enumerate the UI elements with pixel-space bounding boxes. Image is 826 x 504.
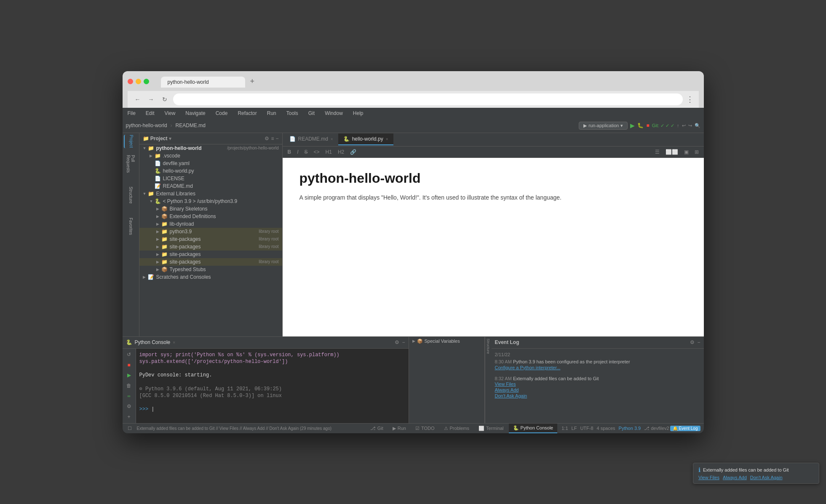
menu-git[interactable]: Git xyxy=(307,109,316,117)
maximize-button[interactable] xyxy=(144,79,149,84)
menu-navigate[interactable]: Navigate xyxy=(184,109,207,117)
tree-site-packages-2[interactable]: ▶ 📁 site-packages library root xyxy=(139,243,282,251)
tree-site-packages-3[interactable]: ▶ 📁 site-packages xyxy=(139,251,282,258)
run-application-button[interactable]: ▶ run-application ▾ xyxy=(579,122,628,130)
tree-devfile[interactable]: ▶ 📄 devfile.yaml xyxy=(139,160,282,167)
stop-icon[interactable]: ■ xyxy=(646,123,649,128)
event-log-minimize-icon[interactable]: − xyxy=(697,339,700,345)
readme-tab-close[interactable]: × xyxy=(331,137,333,141)
browser-tab[interactable]: python-hello-world xyxy=(161,77,245,88)
code-button[interactable]: <> xyxy=(312,148,321,156)
panel-settings-icon[interactable]: ⚙ xyxy=(265,136,269,141)
git-push-icon[interactable]: ↑ xyxy=(677,123,679,128)
console-clear-btn[interactable]: 🗑 xyxy=(124,381,134,390)
tree-readme[interactable]: ▶ 📝 README.md xyxy=(139,182,282,190)
play-icon[interactable]: ▶ xyxy=(630,122,635,129)
view-mode-preview[interactable]: ▣ xyxy=(682,148,690,156)
tree-site-packages-1[interactable]: ▶ 📁 site-packages library root xyxy=(139,235,282,243)
dont-ask-again-link[interactable]: Don't Ask Again xyxy=(495,393,700,398)
git-branch-indicator[interactable]: ⎇ devfilev2 xyxy=(644,426,669,431)
tree-helloworld[interactable]: ▶ 🐍 hello-world.py xyxy=(139,167,282,175)
minimize-button[interactable] xyxy=(136,79,141,84)
run-tab[interactable]: ▶ Run xyxy=(388,424,410,433)
console-minimize-icon[interactable]: − xyxy=(402,339,405,345)
tree-lib-dynload[interactable]: ▶ 📁 lib-dynload xyxy=(139,220,282,228)
console-tab-close[interactable]: × xyxy=(173,340,175,345)
menu-tools[interactable]: Tools xyxy=(285,109,300,117)
special-variables-item[interactable]: ▶ 📦 Special Variables xyxy=(409,337,484,346)
tree-python39[interactable]: ▼ 🐍 < Python 3.9 > /usr/bin/python3.9 xyxy=(139,197,282,205)
redo-icon[interactable]: ↪ xyxy=(688,123,692,128)
url-bar[interactable] xyxy=(173,93,683,105)
tree-root[interactable]: ▼ 📁 python-hello-world /projects/python-… xyxy=(139,144,282,152)
sidebar-project-icon[interactable]: Project xyxy=(124,135,137,148)
problems-tab[interactable]: ⚠ Problems xyxy=(440,424,473,433)
h2-button[interactable]: H2 xyxy=(336,148,346,156)
structure-label[interactable]: Structure xyxy=(486,339,490,354)
console-dog-btn[interactable]: ∞ xyxy=(124,392,134,400)
git-tab[interactable]: ⎇ Git xyxy=(366,424,388,433)
python-console-tab[interactable]: 🐍 Python Console xyxy=(509,424,558,433)
event-log-settings-icon[interactable]: ⚙ xyxy=(690,339,695,345)
sidebar-pullrequests-icon[interactable]: Pull Requests xyxy=(124,157,137,171)
undo-icon[interactable]: ↩ xyxy=(682,123,686,128)
breadcrumb-project[interactable]: python-hello-world xyxy=(126,123,167,128)
menu-code[interactable]: Code xyxy=(214,109,230,117)
tree-site-packages-4[interactable]: ▶ 📁 site-packages library root xyxy=(139,258,282,266)
tree-vscode[interactable]: ▶ 📁 .vscode xyxy=(139,152,282,160)
tree-binary-skeletons[interactable]: ▶ 📦 Binary Skeletons xyxy=(139,205,282,213)
view-mode-split[interactable]: ⬜⬜ xyxy=(664,148,680,156)
search-icon[interactable]: 🔍 xyxy=(695,123,700,128)
sidebar-favorites-icon[interactable]: Favorites xyxy=(124,220,137,233)
panel-layout-icon[interactable]: ≡ xyxy=(271,136,274,141)
console-run-btn[interactable]: ▶ xyxy=(124,371,134,380)
strike-button[interactable]: S xyxy=(303,148,310,156)
console-settings2-btn[interactable]: ⚙ xyxy=(124,402,134,411)
link-button[interactable]: 🔗 xyxy=(348,148,358,156)
panel-collapse-icon[interactable]: − xyxy=(275,136,278,141)
console-settings-icon[interactable]: ⚙ xyxy=(395,339,399,345)
italic-button[interactable]: I xyxy=(295,148,300,156)
console-line-3 xyxy=(139,365,405,371)
menu-edit[interactable]: Edit xyxy=(144,109,156,117)
menu-view[interactable]: View xyxy=(163,109,177,117)
new-tab-button[interactable]: + xyxy=(247,75,258,88)
console-output[interactable]: import sys; print('Python %s on %s' % (s… xyxy=(136,349,409,423)
h1-button[interactable]: H1 xyxy=(324,148,334,156)
view-mode-list[interactable]: ☰ xyxy=(653,148,661,156)
more-options-button[interactable]: ⋮ xyxy=(686,95,694,104)
bold-button[interactable]: B xyxy=(286,148,293,156)
view-files-link[interactable]: View Files xyxy=(495,381,700,387)
debug-icon[interactable]: 🐛 xyxy=(637,123,644,128)
forward-button[interactable]: → xyxy=(146,94,156,104)
view-mode-full[interactable]: ⊞ xyxy=(693,148,700,156)
breadcrumb-file[interactable]: README.md xyxy=(176,123,206,128)
tree-license[interactable]: ▶ 📄 LICENSE xyxy=(139,175,282,182)
tab-readme[interactable]: 📄 README.md × xyxy=(284,133,338,145)
console-rerun-btn[interactable]: ↺ xyxy=(124,350,134,359)
menu-refactor[interactable]: Refactor xyxy=(236,109,258,117)
menu-help[interactable]: Help xyxy=(351,109,365,117)
event-log-badge[interactable]: 🔔 Event Log xyxy=(670,426,700,431)
console-stop-btn[interactable]: ■ xyxy=(124,360,134,369)
menu-window[interactable]: Window xyxy=(323,109,345,117)
interpreter-indicator[interactable]: Python 3.9 xyxy=(619,426,641,431)
menu-run[interactable]: Run xyxy=(265,109,278,117)
tree-python39-root[interactable]: ▶ 📁 python3.9 library root xyxy=(139,228,282,235)
configure-interpreter-link[interactable]: Configure a Python interpreter... xyxy=(495,365,561,370)
sidebar-structure-icon[interactable]: Structure xyxy=(124,189,137,202)
todo-tab[interactable]: ☑ TODO xyxy=(411,424,439,433)
menu-file[interactable]: File xyxy=(126,109,137,117)
tab-helloworld[interactable]: 🐍 hello-world.py × xyxy=(338,133,393,145)
tree-extended-defs[interactable]: ▶ 📦 Extended Definitions xyxy=(139,213,282,220)
always-add-link[interactable]: Always Add xyxy=(495,387,700,392)
console-add-btn[interactable]: + xyxy=(124,413,134,421)
close-button[interactable] xyxy=(128,79,133,84)
tree-scratches[interactable]: ▶ 📝 Scratches and Consoles xyxy=(139,273,282,281)
tree-typeshed[interactable]: ▶ 📦 Typeshed Stubs xyxy=(139,266,282,273)
terminal-tab[interactable]: ⬜ Terminal xyxy=(474,424,508,433)
py-tab-close[interactable]: × xyxy=(386,137,388,141)
back-button[interactable]: ← xyxy=(133,94,143,104)
refresh-button[interactable]: ↻ xyxy=(160,94,170,104)
tree-external-libs[interactable]: ▼ 📁 External Libraries xyxy=(139,190,282,197)
